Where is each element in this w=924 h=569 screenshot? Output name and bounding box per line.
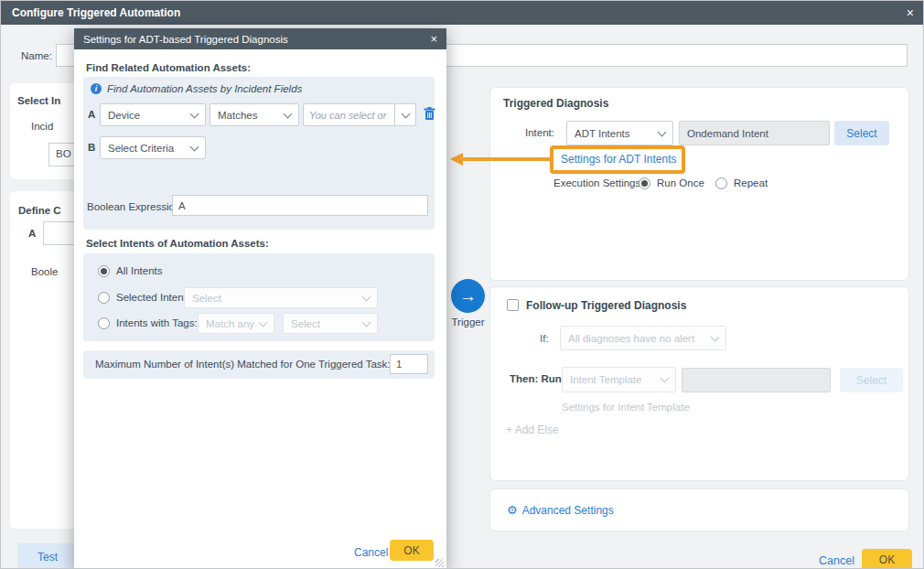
define-criteria-title: Define C xyxy=(18,205,61,216)
then-template-dropdown: Intent Template xyxy=(562,367,676,392)
select-intents-panel: All Intents Selected Intents: Select Int… xyxy=(83,253,435,341)
row-a-operator-dropdown[interactable]: Matches xyxy=(210,103,299,126)
chevron-down-icon xyxy=(259,317,268,327)
row-a-field-value: Device xyxy=(108,110,140,121)
then-template-value: Intent Template xyxy=(570,374,641,385)
row-a-value-input[interactable] xyxy=(303,103,394,126)
callout-arrow-line xyxy=(462,157,552,161)
repeat-radio[interactable] xyxy=(715,177,727,189)
callout-arrow-icon xyxy=(450,153,463,166)
info-icon: i xyxy=(91,83,102,94)
dialog-ok-button[interactable]: OK xyxy=(862,549,912,569)
trigger-label: Trigger xyxy=(447,317,489,327)
boolean-label-bg: Boole xyxy=(31,266,58,277)
intent-select-button[interactable]: Select xyxy=(834,121,889,145)
if-condition-value: All diagnoses have no alert xyxy=(568,333,694,344)
run-once-radio[interactable] xyxy=(639,177,650,189)
tags-select-placeholder: Select xyxy=(291,318,320,329)
chevron-down-icon xyxy=(401,109,410,118)
row-b-label: B xyxy=(88,142,95,153)
boolean-expression-input[interactable] xyxy=(172,195,428,216)
chevron-down-icon xyxy=(362,292,371,301)
trigger-arrow-icon: → xyxy=(451,279,485,313)
advanced-settings-link[interactable]: Advanced Settings xyxy=(522,504,614,517)
settings-for-intent-template-link: Settings for Intent Template xyxy=(562,402,690,413)
modal-title: Settings for ADT-based Triggered Diagnos… xyxy=(83,34,288,45)
then-run-label: Then: Run xyxy=(510,373,562,384)
execution-settings-label: Execution Settings: xyxy=(553,177,643,188)
test-button[interactable]: Test xyxy=(17,543,78,569)
selected-intents-label: Selected Intents: xyxy=(116,292,195,303)
row-b-field-value: Select Criteria xyxy=(108,143,174,154)
chevron-down-icon xyxy=(711,332,720,341)
triggered-diagnosis-panel: Triggered Diagnosis Intent: ADT Intents … xyxy=(489,87,909,281)
followup-checkbox[interactable] xyxy=(507,299,519,311)
run-once-label: Run Once xyxy=(657,177,704,188)
configure-triggered-automation-dialog: Configure Triggered Automation × Name: S… xyxy=(0,0,924,569)
chevron-down-icon xyxy=(362,317,371,327)
advanced-settings-link-wrap[interactable]: ⚙Advanced Settings xyxy=(507,503,614,517)
row-a-field-dropdown[interactable]: Device xyxy=(100,103,206,126)
chevron-down-icon xyxy=(190,109,199,118)
select-intents-heading: Select Intents of Automation Assets: xyxy=(86,238,269,249)
advanced-settings-panel: ⚙Advanced Settings xyxy=(489,488,909,531)
then-template-field xyxy=(682,368,831,392)
intents-with-tags-label: Intents with Tags: xyxy=(116,317,198,328)
all-intents-label: All Intents xyxy=(116,265,163,276)
followup-title: Follow-up Triggered Diagnosis xyxy=(526,299,686,312)
tags-select-dropdown: Select xyxy=(283,313,378,334)
chevron-down-icon xyxy=(284,109,293,118)
boolean-expression-label: Boolean Expression: xyxy=(87,201,183,212)
intent-name-field: Ondemand Intent xyxy=(679,121,830,145)
row-b-field-dropdown[interactable]: Select Criteria xyxy=(100,136,206,159)
if-condition-dropdown: All diagnoses have no alert xyxy=(560,326,726,350)
name-label: Name: xyxy=(21,50,52,61)
resize-grip[interactable] xyxy=(435,559,444,567)
find-assets-panel: i Find Automation Assets by Incident Fie… xyxy=(83,77,435,230)
trigger-glyph: → xyxy=(459,286,477,306)
settings-modal: Settings for ADT-based Triggered Diagnos… xyxy=(74,28,446,569)
modal-close-icon[interactable]: × xyxy=(430,32,437,46)
dialog-cancel-link[interactable]: Cancel xyxy=(819,554,854,567)
followup-panel: Follow-up Triggered Diagnosis If: All di… xyxy=(489,286,909,481)
gear-icon: ⚙ xyxy=(507,503,518,517)
selected-intents-placeholder: Select xyxy=(192,293,221,304)
modal-ok-button[interactable]: OK xyxy=(390,540,434,561)
find-assets-heading: Find Related Automation Assets: xyxy=(86,62,251,73)
row-a-value-chevron[interactable] xyxy=(394,103,416,126)
close-icon[interactable]: × xyxy=(907,5,914,20)
selected-intents-dropdown: Select xyxy=(184,287,378,308)
intent-type-value: ADT Intents xyxy=(575,128,630,139)
criteria-row-label: A xyxy=(28,228,36,239)
repeat-label: Repeat xyxy=(734,177,768,188)
trash-icon[interactable] xyxy=(424,107,435,121)
if-label: If: xyxy=(540,333,549,344)
info-text: Find Automation Assets by Incident Field… xyxy=(107,83,302,94)
tags-match-dropdown: Match any xyxy=(198,313,274,334)
dialog-title: Configure Triggered Automation xyxy=(12,6,180,19)
max-intents-label: Maximum Number of Intent(s) Matched for … xyxy=(95,359,391,370)
intent-label: Intent: xyxy=(525,127,554,138)
max-intents-input[interactable] xyxy=(390,354,428,374)
chevron-down-icon xyxy=(190,142,199,151)
tags-match-value: Match any xyxy=(206,318,254,329)
modal-cancel-link[interactable]: Cancel xyxy=(354,546,388,559)
all-intents-radio[interactable] xyxy=(98,265,110,277)
settings-for-adt-intents-link[interactable]: Settings for ADT Intents xyxy=(561,153,677,166)
max-intents-panel: Maximum Number of Intent(s) Matched for … xyxy=(83,350,435,379)
intent-type-dropdown[interactable]: ADT Intents xyxy=(566,121,673,145)
selected-intents-radio[interactable] xyxy=(98,292,110,304)
incident-label: Incid xyxy=(31,121,53,132)
triggered-diagnosis-title: Triggered Diagnosis xyxy=(503,97,608,110)
add-else-link: + Add Else xyxy=(506,424,559,436)
modal-titlebar: Settings for ADT-based Triggered Diagnos… xyxy=(74,28,446,49)
row-a-label: A xyxy=(88,109,95,120)
chevron-down-icon xyxy=(661,374,670,383)
then-select-button: Select xyxy=(840,368,903,392)
dialog-titlebar: Configure Triggered Automation × xyxy=(1,1,924,25)
chevron-down-icon xyxy=(658,127,667,136)
row-a-operator-value: Matches xyxy=(218,110,257,121)
select-incident-title: Select In xyxy=(17,95,60,106)
intents-with-tags-radio[interactable] xyxy=(98,317,110,329)
